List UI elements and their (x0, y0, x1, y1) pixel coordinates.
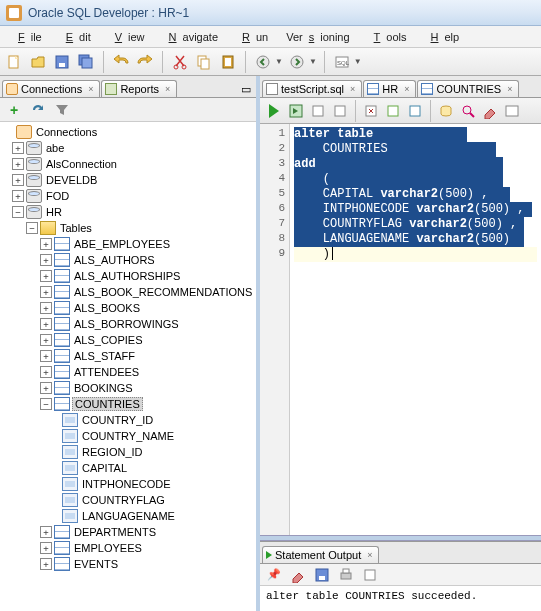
tab-testscript[interactable]: testScript.sql × (262, 80, 362, 97)
filter-button[interactable] (52, 100, 72, 120)
expand-toggle[interactable]: + (40, 350, 52, 362)
redo-button[interactable] (135, 52, 155, 72)
expand-toggle[interactable]: + (40, 542, 52, 554)
close-icon[interactable]: × (404, 84, 409, 94)
tab-connections[interactable]: Connections × (2, 80, 100, 97)
pin-button[interactable]: 📌 (264, 565, 284, 585)
table-als-authorships[interactable]: ALS_AUTHORSHIPS (72, 270, 182, 282)
close-icon[interactable]: × (367, 550, 372, 560)
expand-toggle[interactable]: + (12, 158, 24, 170)
cancel-button[interactable] (361, 101, 381, 121)
minimize-pane-icon[interactable]: ▭ (238, 81, 254, 97)
forward-button[interactable] (287, 52, 307, 72)
commit-button[interactable] (308, 101, 328, 121)
back-button[interactable] (253, 52, 273, 72)
column-capital[interactable]: CAPITAL (80, 462, 129, 474)
code-editor[interactable]: alter table COUNTRIES add ( CAPITAL varc… (290, 124, 541, 535)
conn-hr[interactable]: HR (44, 206, 64, 218)
expand-toggle[interactable]: + (40, 302, 52, 314)
table-employees[interactable]: EMPLOYEES (72, 542, 144, 554)
tab-reports[interactable]: Reports × (101, 80, 177, 97)
find-button[interactable] (458, 101, 478, 121)
expand-toggle[interactable]: + (40, 526, 52, 538)
column-country-id[interactable]: COUNTRY_ID (80, 414, 155, 426)
rollback-button[interactable] (330, 101, 350, 121)
forward-dropdown[interactable]: ▼ (309, 57, 317, 66)
table-departments[interactable]: DEPARTMENTS (72, 526, 158, 538)
conn-develdb[interactable]: DEVELDB (44, 174, 99, 186)
connections-tree[interactable]: Connections +abe +AlsConnection +DEVELDB… (0, 122, 256, 611)
output-extra-button[interactable] (360, 565, 380, 585)
expand-toggle[interactable]: + (12, 174, 24, 186)
save-output-button[interactable] (312, 565, 332, 585)
table-bookings[interactable]: BOOKINGS (72, 382, 135, 394)
menu-file[interactable]: File (6, 29, 48, 45)
conn-als[interactable]: AlsConnection (44, 158, 119, 170)
expand-toggle[interactable]: + (40, 558, 52, 570)
undo-button[interactable] (111, 52, 131, 72)
menu-edit[interactable]: Edit (54, 29, 97, 45)
expand-toggle[interactable]: + (12, 190, 24, 202)
back-dropdown[interactable]: ▼ (275, 57, 283, 66)
print-output-button[interactable] (336, 565, 356, 585)
open-button[interactable] (28, 52, 48, 72)
expand-toggle[interactable]: + (40, 366, 52, 378)
tree-root[interactable]: Connections (34, 126, 99, 138)
new-button[interactable] (4, 52, 24, 72)
sql-button[interactable]: SQL (332, 52, 352, 72)
autotrace-button[interactable] (405, 101, 425, 121)
table-countries[interactable]: COUNTRIES (72, 397, 143, 411)
close-icon[interactable]: × (165, 84, 170, 94)
menu-navigate[interactable]: Navigate (157, 29, 224, 45)
tab-hr[interactable]: HR × (363, 80, 416, 97)
close-icon[interactable]: × (507, 84, 512, 94)
copy-button[interactable] (194, 52, 214, 72)
table-events[interactable]: EVENTS (72, 558, 120, 570)
table-als-copies[interactable]: ALS_COPIES (72, 334, 144, 346)
expand-toggle[interactable]: + (40, 270, 52, 282)
expand-toggle[interactable]: + (40, 286, 52, 298)
conn-fod[interactable]: FOD (44, 190, 71, 202)
expand-toggle[interactable]: + (40, 334, 52, 346)
menu-tools[interactable]: Tools (362, 29, 413, 45)
sql-dropdown[interactable]: ▼ (354, 57, 362, 66)
clear-output-button[interactable] (288, 565, 308, 585)
collapse-toggle[interactable]: − (26, 222, 38, 234)
save-all-button[interactable] (76, 52, 96, 72)
expand-toggle[interactable]: + (40, 382, 52, 394)
sql-history-button[interactable] (436, 101, 456, 121)
paste-button[interactable] (218, 52, 238, 72)
column-region-id[interactable]: REGION_ID (80, 446, 145, 458)
table-als-borrowings[interactable]: ALS_BORROWINGS (72, 318, 181, 330)
table-als-books[interactable]: ALS_BOOKS (72, 302, 142, 314)
tab-statement-output[interactable]: Statement Output × (262, 546, 379, 563)
expand-toggle[interactable]: + (40, 238, 52, 250)
table-abe-employees[interactable]: ABE_EMPLOYEES (72, 238, 172, 250)
menu-help[interactable]: Help (419, 29, 466, 45)
expand-toggle[interactable]: + (40, 318, 52, 330)
collapse-toggle[interactable]: − (12, 206, 24, 218)
conn-abe[interactable]: abe (44, 142, 66, 154)
save-button[interactable] (52, 52, 72, 72)
expand-toggle[interactable]: + (40, 254, 52, 266)
table-als-staff[interactable]: ALS_STAFF (72, 350, 137, 362)
table-attendees[interactable]: ATTENDEES (72, 366, 141, 378)
explain-plan-button[interactable] (383, 101, 403, 121)
close-icon[interactable]: × (350, 84, 355, 94)
editor-area[interactable]: 1 2 3 4 5 6 7 8 9 alter table COUNTRIES … (260, 124, 541, 535)
menu-view[interactable]: View (103, 29, 151, 45)
column-country-name[interactable]: COUNTRY_NAME (80, 430, 176, 442)
table-als-authors[interactable]: ALS_AUTHORS (72, 254, 157, 266)
column-intphonecode[interactable]: INTPHONECODE (80, 478, 173, 490)
column-languagename[interactable]: LANGUAGENAME (80, 510, 177, 522)
tab-countries[interactable]: COUNTRIES × (417, 80, 519, 97)
expand-toggle[interactable]: + (12, 142, 24, 154)
new-connection-button[interactable]: + (4, 100, 24, 120)
run-script-button[interactable] (286, 101, 306, 121)
run-button[interactable] (264, 101, 284, 121)
refresh-button[interactable] (28, 100, 48, 120)
menu-run[interactable]: Run (230, 29, 274, 45)
column-countryflag[interactable]: COUNTRYFLAG (80, 494, 167, 506)
tables-folder[interactable]: Tables (58, 222, 94, 234)
table-als-book-recs[interactable]: ALS_BOOK_RECOMMENDATIONS (72, 286, 254, 298)
